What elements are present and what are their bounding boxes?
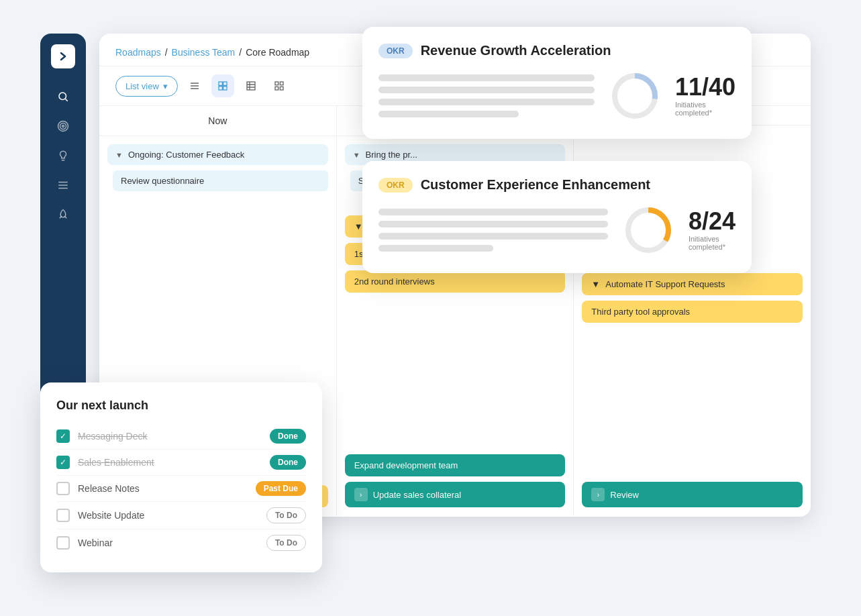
board-view-icon-btn[interactable] [211, 74, 234, 97]
checklist-item-sales: ✓ Sales Enablement Done [56, 450, 306, 476]
okr-tag-2: OKR [378, 178, 413, 193]
checkbox-webinar[interactable] [56, 536, 70, 550]
svg-rect-10 [219, 82, 222, 85]
sidebar-item-search[interactable] [51, 85, 75, 109]
checklist-item-webinar: Webinar To Do [56, 529, 306, 556]
chevron-icon-3: ▼ [354, 221, 363, 232]
okr-title-1: Revenue Growth Acceleration [421, 43, 611, 58]
review-label: Review [610, 490, 639, 500]
initiative-update-sales[interactable]: › Update sales collateral [345, 482, 566, 507]
checklist-item-messaging: ✓ Messaging Deck Done [56, 423, 306, 450]
other-view-icon-btn[interactable] [268, 74, 291, 97]
svg-point-2 [60, 123, 66, 130]
initiative-automate-it[interactable]: ▼ Automate IT Support Requests [582, 273, 803, 295]
checklist-item-release: Release Notes Past Due [56, 476, 306, 502]
okr-fraction-1: 11/40 [675, 75, 736, 99]
checkbox-messaging[interactable]: ✓ [56, 429, 70, 443]
initiative-review[interactable]: › Review [582, 482, 803, 507]
svg-point-0 [59, 93, 66, 100]
view-label: List view [125, 81, 159, 91]
teal-chevron-icon: › [354, 488, 368, 501]
svg-rect-12 [219, 87, 222, 90]
item-label-messaging: Messaging Deck [78, 431, 262, 442]
okr-line [378, 209, 608, 215]
view-toggle-button[interactable]: List view ▾ [115, 76, 178, 97]
okr-donut-1 [608, 69, 662, 123]
col-now-header: Now [99, 106, 336, 136]
okr-stats-1: 11/40 Initiativescompleted* [675, 75, 736, 117]
status-badge-release: Past Due [256, 481, 306, 496]
update-sales-label: Update sales collateral [373, 490, 462, 500]
table-view-icon-btn[interactable] [240, 74, 262, 97]
breadcrumb-roadmaps[interactable]: Roadmaps [115, 47, 161, 58]
okr-donut-2 [621, 203, 675, 257]
okr-line [378, 245, 493, 252]
initiative-2nd-round[interactable]: 2nd round interviews [345, 270, 566, 293]
okr-label-2: Initiativescompleted* [689, 235, 725, 251]
status-badge-messaging: Done [270, 429, 306, 444]
sidebar-item-roadmap[interactable] [51, 173, 75, 197]
checklist-card: Our next launch ✓ Messaging Deck Done ✓ … [40, 382, 322, 572]
okr-line [378, 87, 595, 93]
sidebar-item-goals[interactable] [51, 114, 75, 138]
okr-card-cx: OKR Customer Experience Enhancement 8/24… [362, 161, 752, 273]
round2-label: 2nd round interviews [354, 276, 435, 287]
breadcrumb-current: Core Roadmap [246, 47, 309, 58]
okr-stats-2: 8/24 Initiativescompleted* [689, 209, 736, 251]
sidebar-item-launch[interactable] [51, 203, 75, 227]
okr-line [378, 221, 608, 227]
okr-card-1-body: 11/40 Initiativescompleted* [378, 69, 736, 123]
svg-rect-21 [280, 87, 283, 90]
initiative-label: Ongoing: Customer Feedback [128, 150, 244, 160]
automate-it-label: Automate IT Support Requests [605, 279, 725, 289]
svg-rect-11 [223, 82, 227, 85]
dropdown-icon: ▾ [163, 81, 168, 91]
item-label-sales: Sales Enablement [78, 457, 262, 468]
okr-line [378, 233, 608, 240]
okr-label-1: Initiativescompleted* [675, 101, 712, 117]
initiative-third-party[interactable]: Third party tool approvals [582, 301, 803, 323]
chevron-icon: ▼ [115, 151, 123, 159]
svg-rect-20 [275, 87, 278, 90]
feature-review-questionnaire[interactable]: Review questionnaire [113, 170, 328, 191]
chevron-icon-4: ▼ [591, 279, 600, 289]
breadcrumb-sep1: / [165, 47, 168, 58]
okr-card-2-body: 8/24 Initiativescompleted* [378, 203, 736, 257]
list-view-icon-btn[interactable] [183, 74, 206, 97]
svg-point-3 [62, 125, 64, 127]
status-badge-sales: Done [270, 455, 306, 470]
expand-dev-teal-label: Expand development team [354, 460, 458, 470]
checkbox-release[interactable] [56, 482, 70, 495]
bring-product-label: Bring the pr... [366, 150, 417, 160]
item-label-website: Website Update [78, 510, 258, 521]
svg-rect-18 [275, 82, 278, 85]
okr-line [378, 99, 595, 105]
breadcrumb: Roadmaps / Business Team / Core Roadmap [115, 47, 309, 58]
checklist-item-website: Website Update To Do [56, 502, 306, 529]
third-party-label: Third party tool approvals [591, 307, 690, 317]
chevron-icon-2: ▼ [353, 151, 360, 159]
breadcrumb-sep2: / [239, 47, 242, 58]
item-label-release: Release Notes [78, 483, 248, 494]
checkbox-website[interactable] [56, 509, 70, 522]
okr-card-revenue: OKR Revenue Growth Acceleration 11/40 In… [362, 27, 752, 139]
checklist-title: Our next launch [56, 399, 306, 413]
svg-rect-13 [223, 87, 227, 90]
svg-rect-19 [280, 82, 283, 85]
checkbox-sales[interactable]: ✓ [56, 456, 70, 469]
initiative-expand-dev-teal[interactable]: Expand development team [345, 454, 566, 476]
breadcrumb-business-team[interactable]: Business Team [172, 47, 236, 58]
check-icon: ✓ [60, 431, 66, 441]
teal-chevron-icon-2: › [591, 488, 605, 501]
item-label-webinar: Webinar [78, 537, 258, 548]
okr-lines-2 [378, 209, 608, 252]
svg-rect-14 [247, 82, 255, 90]
okr-line [378, 74, 595, 81]
sidebar-item-ideas[interactable] [51, 144, 75, 168]
check-icon-2: ✓ [60, 458, 66, 467]
okr-title-2: Customer Experience Enhancement [421, 177, 650, 193]
okr-fraction-2: 8/24 [689, 209, 736, 234]
initiative-customer-feedback[interactable]: ▼ Ongoing: Customer Feedback [107, 144, 328, 165]
okr-lines-1 [378, 74, 595, 117]
sidebar-logo[interactable] [51, 44, 75, 68]
